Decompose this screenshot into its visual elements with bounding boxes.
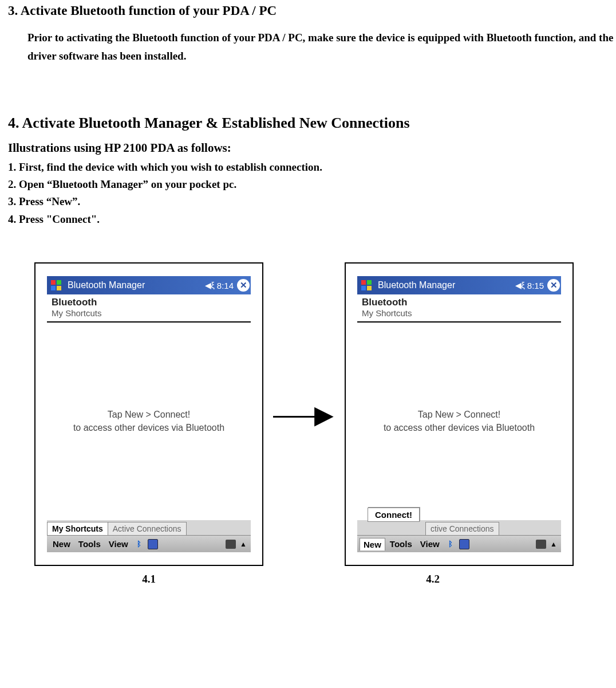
svg-rect-4: [361, 280, 366, 285]
subheader: Bluetooth My Shortcuts: [47, 294, 251, 323]
popup-menu: Connect!: [368, 508, 420, 522]
tray-app-icon[interactable]: [459, 539, 469, 549]
step-3: Press “New”.: [8, 193, 616, 210]
sip-up-icon[interactable]: ▲: [238, 540, 248, 548]
sip-up-icon[interactable]: ▲: [548, 540, 559, 548]
speaker-icon[interactable]: ◀ξ: [515, 281, 525, 290]
svg-rect-6: [361, 286, 366, 290]
step-2: Open “Bluetooth Manager” on your pocket …: [8, 176, 616, 193]
svg-rect-7: [367, 286, 372, 290]
hint-line-1: Tap New > Connect!: [108, 408, 191, 421]
svg-rect-0: [51, 280, 56, 285]
step-4: Press "Connect".: [8, 211, 616, 228]
clock[interactable]: 8:15: [527, 281, 544, 290]
sip-keyboard-icon[interactable]: [536, 539, 546, 549]
svg-rect-3: [57, 286, 61, 290]
tab-my-shortcuts[interactable]: My Shortcuts: [47, 522, 108, 535]
menu-view[interactable]: View: [105, 538, 132, 550]
hint-line-2: to access other devices via Bluetooth: [384, 422, 535, 434]
menu-tools[interactable]: Tools: [386, 538, 416, 550]
menu-view[interactable]: View: [417, 538, 443, 550]
screenshots-row: Bluetooth Manager ◀ξ 8:14 ✕ Bluetooth My…: [34, 262, 616, 566]
caption-4-2: 4.2: [318, 573, 547, 585]
subheader-subtitle: My Shortcuts: [52, 308, 246, 318]
tab-active-connections[interactable]: ctive Connections: [425, 522, 499, 535]
caption-4-1: 4.1: [34, 573, 263, 585]
menu-new[interactable]: New: [360, 538, 385, 551]
bottombar: New Tools View ᛒ ▲: [47, 535, 251, 552]
titlebar: Bluetooth Manager ◀ξ 8:15 ✕: [357, 276, 561, 294]
svg-rect-5: [367, 280, 372, 285]
close-icon[interactable]: ✕: [547, 279, 560, 292]
hint-line-2: to access other devices via Bluetooth: [73, 422, 224, 434]
section-4-heading: 4. Activate Bluetooth Manager & Establis…: [8, 115, 616, 132]
start-icon[interactable]: [360, 278, 373, 292]
bluetooth-icon[interactable]: ᛒ: [445, 539, 456, 549]
speaker-icon[interactable]: ◀ξ: [205, 281, 215, 290]
tabs: My Shortcuts Active Connections: [47, 520, 251, 535]
tab-active-connections[interactable]: Active Connections: [108, 522, 187, 535]
svg-rect-1: [57, 280, 61, 285]
subheader: Bluetooth My Shortcuts: [357, 294, 561, 323]
tray-app-icon[interactable]: [148, 539, 158, 549]
close-icon[interactable]: ✕: [237, 279, 250, 292]
menu-new[interactable]: New: [49, 538, 74, 550]
illustrations-heading: Illustrations using HP 2100 PDA as follo…: [8, 141, 616, 155]
tabs: Connect! ctive Connections: [357, 520, 561, 535]
start-icon[interactable]: [49, 278, 63, 292]
step-1: First, find the device with which you wi…: [8, 159, 616, 176]
arrow-icon: ——▶: [273, 400, 329, 429]
menu-tools[interactable]: Tools: [75, 538, 104, 550]
content-area: Tap New > Connect! to access other devic…: [357, 323, 561, 520]
content-area: Tap New > Connect! to access other devic…: [47, 323, 251, 520]
section-3-body: Prior to activating the Bluetooth functi…: [27, 29, 616, 66]
subheader-title: Bluetooth: [52, 297, 246, 308]
bottombar: New Tools View ᛒ ▲: [357, 535, 561, 552]
subheader-subtitle: My Shortcuts: [362, 308, 556, 318]
pda-screenshot-2: Bluetooth Manager ◀ξ 8:15 ✕ Bluetooth My…: [345, 262, 574, 566]
steps-list: First, find the device with which you wi…: [8, 159, 616, 229]
pda-screenshot-1: Bluetooth Manager ◀ξ 8:14 ✕ Bluetooth My…: [34, 262, 263, 566]
subheader-title: Bluetooth: [362, 297, 556, 308]
window-title: Bluetooth Manager: [68, 280, 205, 290]
captions: 4.1 4.2: [34, 573, 616, 585]
clock[interactable]: 8:14: [217, 281, 234, 290]
hint-line-1: Tap New > Connect!: [418, 408, 501, 421]
bluetooth-icon[interactable]: ᛒ: [134, 539, 144, 549]
window-title: Bluetooth Manager: [378, 280, 515, 290]
titlebar: Bluetooth Manager ◀ξ 8:14 ✕: [47, 276, 251, 294]
menu-item-connect[interactable]: Connect!: [368, 508, 420, 522]
svg-rect-2: [51, 286, 56, 290]
section-3-heading: 3. Activate Bluetooth function of your P…: [8, 3, 616, 18]
sip-keyboard-icon[interactable]: [226, 539, 236, 549]
